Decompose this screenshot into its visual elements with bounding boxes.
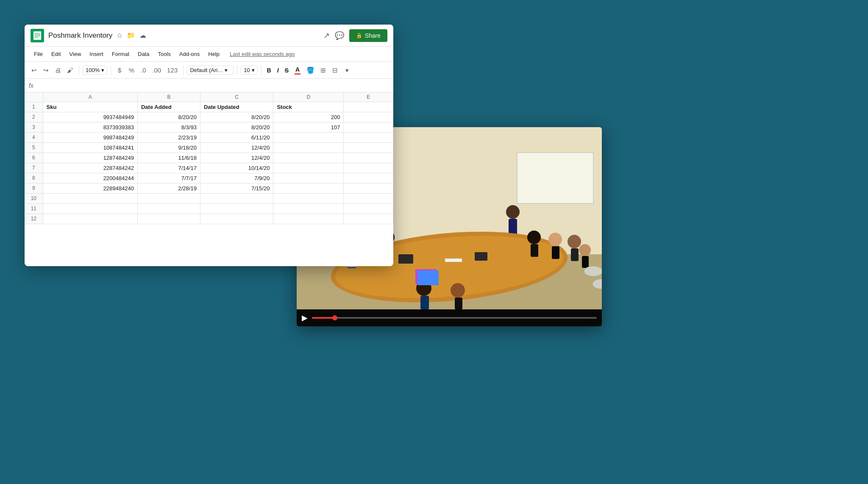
- col-stock-header[interactable]: Stock: [273, 102, 344, 112]
- cell-date-updated[interactable]: 12/4/20: [200, 142, 273, 153]
- paint-format-button[interactable]: 🖌: [65, 65, 75, 75]
- menu-format[interactable]: Format: [108, 49, 133, 59]
- menu-view[interactable]: View: [66, 49, 84, 59]
- zoom-selector[interactable]: 100% ▾: [83, 66, 107, 75]
- trend-icon[interactable]: ↗: [323, 31, 330, 40]
- percent-button[interactable]: %: [126, 65, 136, 75]
- cell-date-updated[interactable]: 6/11/20: [200, 132, 273, 142]
- cell-sku[interactable]: 8373939383: [43, 122, 137, 132]
- cell-date-updated[interactable]: 7/9/20: [200, 173, 273, 183]
- cell-stock[interactable]: [273, 214, 344, 224]
- menu-edit[interactable]: Edit: [48, 49, 64, 59]
- strikethrough-button[interactable]: S: [283, 66, 291, 75]
- comment-icon[interactable]: 💬: [335, 31, 344, 40]
- cell-e[interactable]: [344, 183, 393, 193]
- play-button[interactable]: ▶: [302, 313, 308, 323]
- fill-color-button[interactable]: 🪣: [304, 65, 317, 75]
- col-header-e[interactable]: E: [344, 92, 393, 102]
- cell-e[interactable]: [344, 214, 393, 224]
- undo-button[interactable]: ↩: [29, 65, 39, 75]
- cell-sku[interactable]: [43, 203, 137, 214]
- cell-stock[interactable]: [273, 163, 344, 173]
- number-format-button[interactable]: 123: [165, 65, 180, 75]
- cell-e[interactable]: [344, 193, 393, 203]
- cell-stock[interactable]: [273, 203, 344, 214]
- more-toolbar-button[interactable]: ▾: [342, 65, 352, 75]
- cell-date-added[interactable]: 11/6/18: [137, 153, 200, 163]
- cloud-icon[interactable]: ☁: [139, 31, 146, 39]
- redo-button[interactable]: ↪: [41, 65, 51, 75]
- borders-button[interactable]: ⊞: [318, 65, 328, 75]
- cell-sku[interactable]: 2287484242: [43, 163, 137, 173]
- cell-date-updated[interactable]: [200, 214, 273, 224]
- cell-date-added[interactable]: 2/23/19: [137, 132, 200, 142]
- cell-date-added[interactable]: 2/28/19: [137, 183, 200, 193]
- decimal-less-button[interactable]: .0: [138, 65, 148, 75]
- cell-date-added[interactable]: [137, 193, 200, 203]
- cell-date-updated[interactable]: 12/4/20: [200, 153, 273, 163]
- cell-date-updated[interactable]: 10/14/20: [200, 163, 273, 173]
- cell-stock[interactable]: 107: [273, 122, 344, 132]
- cell-sku[interactable]: 9987484249: [43, 132, 137, 142]
- cell-stock[interactable]: [273, 153, 344, 163]
- menu-tools[interactable]: Tools: [154, 49, 174, 59]
- menu-insert[interactable]: Insert: [86, 49, 107, 59]
- cell-stock[interactable]: [273, 142, 344, 153]
- cell-stock[interactable]: [273, 183, 344, 193]
- menu-file[interactable]: File: [31, 49, 46, 59]
- cell-e[interactable]: [344, 142, 393, 153]
- cell-e[interactable]: [344, 102, 393, 112]
- cell-date-added[interactable]: 8/20/20: [137, 112, 200, 122]
- menu-addons[interactable]: Add-ons: [176, 49, 203, 59]
- merge-cells-button[interactable]: ⊟: [330, 65, 340, 75]
- cell-date-updated[interactable]: 8/20/20: [200, 112, 273, 122]
- folder-icon[interactable]: 📁: [127, 31, 135, 39]
- cell-sku[interactable]: [43, 193, 137, 203]
- col-header-a[interactable]: A: [43, 92, 137, 102]
- col-header-d[interactable]: D: [273, 92, 344, 102]
- cell-date-added[interactable]: [137, 214, 200, 224]
- cell-date-added[interactable]: [137, 203, 200, 214]
- cell-stock[interactable]: [273, 173, 344, 183]
- cell-sku[interactable]: 9937484949: [43, 112, 137, 122]
- cell-date-added[interactable]: 7/7/17: [137, 173, 200, 183]
- col-header-c[interactable]: C: [200, 92, 273, 102]
- cell-sku[interactable]: [43, 214, 137, 224]
- col-header-b[interactable]: B: [137, 92, 200, 102]
- col-sku-header[interactable]: Sku: [43, 102, 137, 112]
- cell-sku[interactable]: 1087484241: [43, 142, 137, 153]
- cell-e[interactable]: [344, 203, 393, 214]
- currency-button[interactable]: $: [114, 65, 125, 75]
- cell-date-updated[interactable]: [200, 203, 273, 214]
- font-size-selector[interactable]: 10 ▾: [241, 66, 257, 75]
- cell-date-added[interactable]: 7/14/17: [137, 163, 200, 173]
- bold-button[interactable]: B: [265, 66, 273, 75]
- font-color-button[interactable]: A: [292, 65, 303, 76]
- share-button[interactable]: 🔒 Share: [349, 29, 387, 42]
- print-button[interactable]: 🖨: [53, 65, 63, 75]
- decimal-more-button[interactable]: .00: [150, 65, 163, 75]
- cell-e[interactable]: [344, 163, 393, 173]
- menu-help[interactable]: Help: [205, 49, 223, 59]
- cell-sku[interactable]: 2200484244: [43, 173, 137, 183]
- cell-date-updated[interactable]: 7/15/20: [200, 183, 273, 193]
- cell-e[interactable]: [344, 153, 393, 163]
- cell-date-updated[interactable]: [200, 193, 273, 203]
- cell-stock[interactable]: [273, 132, 344, 142]
- star-icon[interactable]: ☆: [117, 31, 122, 39]
- cell-e[interactable]: [344, 173, 393, 183]
- italic-button[interactable]: I: [275, 66, 281, 75]
- cell-sku[interactable]: 2289484240: [43, 183, 137, 193]
- cell-stock[interactable]: 200: [273, 112, 344, 122]
- cell-e[interactable]: [344, 112, 393, 122]
- cell-date-updated[interactable]: 8/20/20: [200, 122, 273, 132]
- col-date-added-header[interactable]: Date Added: [137, 102, 200, 112]
- col-date-updated-header[interactable]: Date Updated: [200, 102, 273, 112]
- font-selector[interactable]: Default (Ari… ▾: [187, 66, 234, 75]
- cell-stock[interactable]: [273, 193, 344, 203]
- menu-data[interactable]: Data: [134, 49, 153, 59]
- cell-e[interactable]: [344, 132, 393, 142]
- cell-sku[interactable]: 1287484249: [43, 153, 137, 163]
- cell-date-added[interactable]: 8/3/93: [137, 122, 200, 132]
- cell-date-added[interactable]: 9/18/20: [137, 142, 200, 153]
